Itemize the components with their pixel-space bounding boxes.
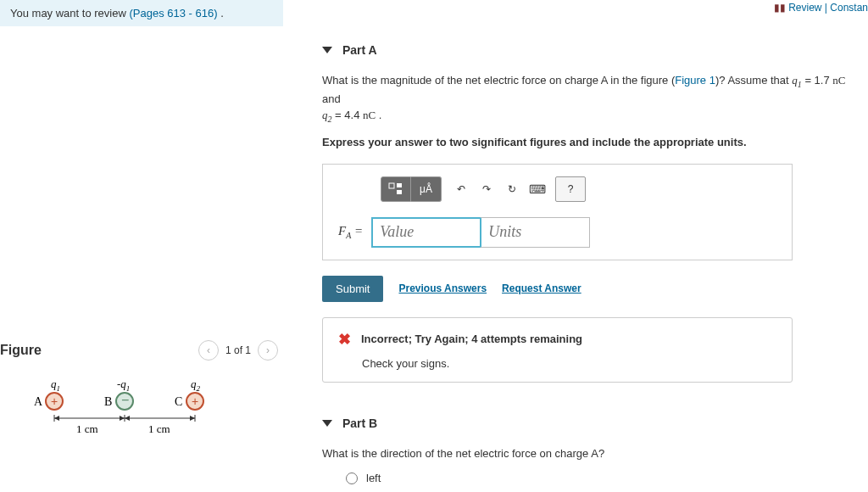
review-link[interactable]: Review (788, 2, 821, 14)
svg-text:1 cm: 1 cm (76, 422, 98, 435)
svg-text:+: + (192, 394, 198, 408)
svg-text:1 cm: 1 cm (148, 422, 170, 435)
svg-marker-21 (190, 416, 195, 421)
pages-link[interactable]: (Pages 613 - 616) (129, 7, 217, 20)
request-answer-link[interactable]: Request Answer (502, 282, 581, 294)
svg-rect-24 (397, 183, 402, 187)
feedback-title: Incorrect; Try Again; 4 attempts remaini… (361, 333, 582, 345)
svg-marker-15 (54, 416, 59, 421)
feedback-message: Check your signs. (362, 357, 776, 370)
value-input[interactable] (371, 217, 481, 248)
keyboard-button[interactable]: ⌨ (525, 176, 550, 202)
svg-text:A: A (34, 395, 43, 408)
svg-text:+: + (51, 394, 58, 408)
constants-link[interactable]: Constan (830, 2, 868, 14)
svg-marker-20 (125, 416, 130, 421)
answer-box: μÅ ↶ ↷ ↻ ⌨ ? FA = (322, 164, 793, 260)
units-button[interactable]: μÅ (411, 176, 442, 202)
help-button[interactable]: ? (555, 176, 586, 202)
part-b-question: What is the direction of the net electri… (322, 445, 860, 462)
template-button[interactable] (381, 176, 411, 202)
feedback-box: ✖ Incorrect; Try Again; 4 attempts remai… (322, 317, 793, 383)
previous-answers-link[interactable]: Previous Answers (398, 282, 487, 294)
figure-1-link[interactable]: Figure 1 (675, 74, 715, 87)
incorrect-icon: ✖ (338, 330, 351, 349)
radio-left-label: left (366, 472, 381, 484)
bookmark-icon: ▮▮ (774, 2, 786, 14)
svg-rect-25 (397, 190, 402, 194)
svg-marker-16 (120, 416, 125, 421)
submit-button[interactable]: Submit (322, 276, 383, 302)
review-hint: You may want to review (Pages 613 - 616)… (0, 0, 283, 26)
part-b-title: Part B (342, 417, 377, 430)
units-input[interactable] (480, 217, 590, 248)
redo-button[interactable]: ↷ (474, 176, 499, 202)
part-a-instruction: Express your answer to two significant f… (322, 136, 860, 148)
figure-title: Figure (0, 343, 42, 358)
part-a-question: What is the magnitude of the net electri… (322, 72, 860, 126)
figure-next-button[interactable]: › (258, 340, 278, 361)
svg-text:−: − (121, 393, 129, 407)
collapse-icon (322, 420, 332, 427)
svg-rect-23 (389, 183, 394, 188)
svg-text:q1: q1 (51, 377, 60, 393)
collapse-icon (322, 47, 332, 53)
radio-left[interactable] (346, 472, 358, 484)
part-a-title: Part A (342, 43, 377, 57)
reset-button[interactable]: ↻ (499, 176, 525, 202)
fa-label: FA = (338, 224, 363, 240)
svg-text:-q1: -q1 (117, 377, 130, 393)
figure-diagram: q1 -q1 q2 A + B − C + 1 cm (25, 377, 254, 445)
svg-text:B: B (104, 395, 112, 408)
figure-counter: 1 of 1 (225, 344, 251, 356)
part-a-header[interactable]: Part A (322, 43, 860, 57)
top-links: ▮▮ Review | Constan (774, 2, 868, 14)
svg-text:C: C (175, 395, 182, 408)
figure-prev-button[interactable]: ‹ (198, 340, 219, 361)
svg-text:q2: q2 (191, 377, 201, 393)
undo-button[interactable]: ↶ (448, 176, 474, 202)
part-b-header[interactable]: Part B (322, 417, 860, 430)
